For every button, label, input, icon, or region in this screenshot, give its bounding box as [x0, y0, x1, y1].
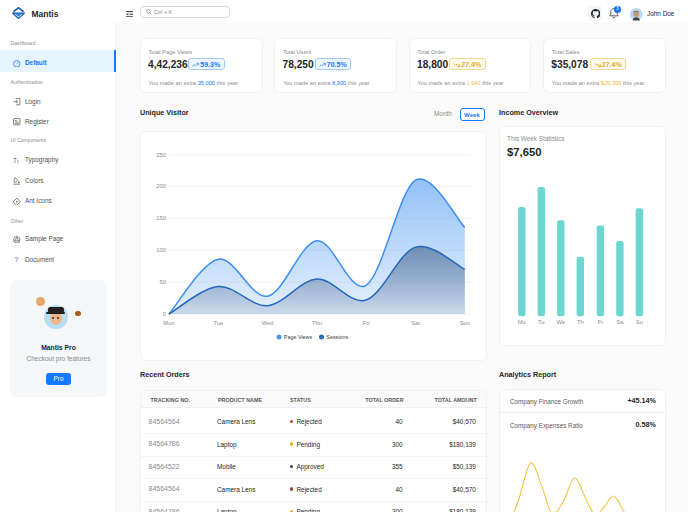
- svg-text:Th: Th: [577, 319, 584, 325]
- svg-text:200: 200: [156, 183, 166, 189]
- svg-text:Mo: Mo: [518, 319, 526, 325]
- svg-text:Sat: Sat: [411, 320, 420, 326]
- svg-text:Sessions: Sessions: [326, 334, 348, 340]
- svg-text:100: 100: [156, 247, 166, 253]
- svg-text:Tu: Tu: [538, 319, 545, 325]
- svg-text:50: 50: [160, 279, 166, 285]
- svg-text:Fri: Fri: [363, 320, 370, 326]
- svg-text:Thu: Thu: [312, 320, 322, 326]
- svg-text:Sa: Sa: [616, 319, 624, 325]
- svg-text:150: 150: [156, 215, 166, 221]
- svg-text:Sun: Sun: [460, 320, 470, 326]
- svg-text:Wed: Wed: [262, 320, 274, 326]
- svg-text:0: 0: [163, 311, 166, 317]
- svg-text:Mon: Mon: [163, 320, 174, 326]
- svg-text:Su: Su: [636, 319, 643, 325]
- svg-text:?: ?: [15, 256, 19, 263]
- svg-text:Fr: Fr: [598, 319, 604, 325]
- svg-text:Page Views: Page Views: [284, 334, 313, 340]
- svg-text:Tue: Tue: [213, 320, 223, 326]
- svg-text:250: 250: [156, 152, 166, 158]
- svg-text:t: t: [17, 159, 19, 164]
- svg-text:We: We: [557, 319, 566, 325]
